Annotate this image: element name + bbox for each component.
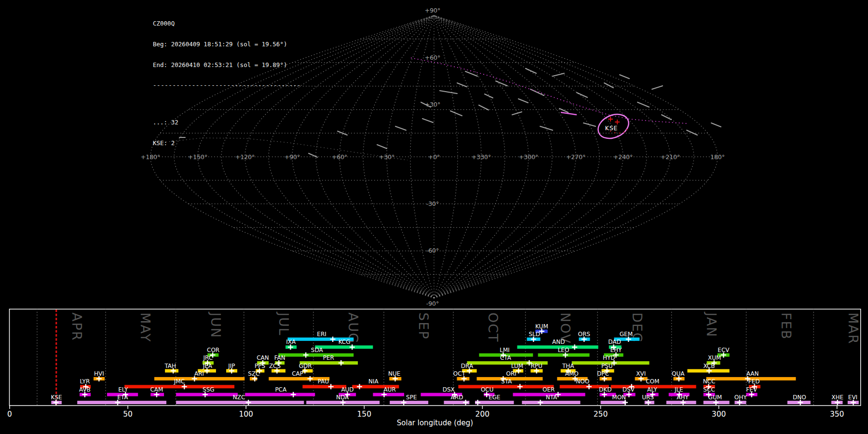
- shower-peak-SPE: [401, 400, 407, 405]
- longitude-label: +270°: [566, 153, 586, 161]
- sky-and-timeline-plot: KSE+180°+150°+120°+90°+60°+30°+0°+330°+3…: [0, 0, 868, 434]
- meteor-trail: [530, 89, 544, 95]
- shower-label-CTA: CTA: [500, 354, 512, 361]
- meteor-trail: [604, 83, 613, 88]
- shower-label-GDR: GDR: [299, 363, 312, 369]
- shower-label-JMC: JMC: [174, 378, 185, 385]
- meteor-trail: [496, 81, 507, 86]
- shower-label-DSX: DSX: [443, 386, 455, 393]
- radiant-drift-solid: [561, 112, 577, 115]
- shower-label-DAD: DAD: [608, 339, 621, 345]
- longitude-label: +240°: [613, 153, 633, 161]
- shower-bar-MON: [601, 401, 626, 404]
- shower-label-PCA: PCA: [275, 386, 287, 393]
- shower-label-ETA: ETA: [117, 394, 128, 401]
- longitude-label: +30°: [379, 153, 395, 161]
- obs-begin: Beg: 20260409 18:51:29 (sol = 19.56°): [153, 41, 301, 48]
- shower-label-ERI: ERI: [317, 331, 326, 338]
- shower-label-OER: OER: [542, 386, 555, 393]
- meteor-trail: [518, 99, 528, 103]
- timeline-chart: APRMAYJUNJULAUGSEPOCTNOVDECJANFEBMARKUME…: [7, 309, 861, 427]
- latitude-label: +90°: [425, 7, 441, 14]
- shower-label-COR: COR: [207, 347, 219, 353]
- meteor-trail: [457, 83, 467, 87]
- shower-label-PER: PER: [323, 354, 334, 361]
- shower-bar-PAU: [302, 385, 346, 388]
- meteor-trail: [559, 108, 568, 112]
- shower-label-SSG: SSG: [203, 386, 215, 393]
- shower-peak-CAP: [308, 376, 313, 381]
- month-label: JUL: [276, 312, 291, 336]
- shower-label-JLE: JLE: [674, 386, 683, 393]
- radiant-dot: [624, 132, 625, 133]
- x-tick-label: 100: [239, 410, 253, 419]
- shower-label-SPE: SPE: [406, 394, 417, 401]
- shower-label-LEO: LEO: [558, 347, 570, 353]
- shower-label-JIP: JIP: [228, 363, 235, 369]
- month-label: SEP: [416, 312, 431, 339]
- shower-label-GEM: GEM: [620, 331, 633, 338]
- shower-label-XVI: XVI: [636, 370, 646, 377]
- x-axis-title: Solar longitude (deg): [397, 419, 473, 427]
- meteor-trail: [377, 145, 387, 149]
- shower-label-EGE: EGE: [488, 394, 500, 401]
- meteor-trail: [479, 105, 488, 110]
- meteor-trail: [652, 86, 663, 89]
- radiant-plus-marker: [615, 120, 620, 124]
- x-tick-label: 150: [357, 410, 372, 419]
- longitude-label: +210°: [661, 153, 680, 161]
- meteor-trail: [440, 91, 457, 94]
- shower-label-SDA: SDA: [311, 347, 324, 353]
- shower-label-OCT: OCT: [453, 370, 466, 377]
- shower-label-ZCS: ZCS: [269, 363, 281, 369]
- shower-bar-AUR: [373, 393, 404, 396]
- shower-label-ARD: ARD: [451, 394, 463, 401]
- shower-label-AHY: AHY: [677, 394, 689, 401]
- shower-peak-ARD: [463, 400, 468, 405]
- shower-label-LYR: LYR: [80, 378, 90, 385]
- latitude-label: +60°: [425, 54, 441, 61]
- shower-label-FAN: FAN: [274, 354, 285, 361]
- shower-peak-PCA: [291, 392, 296, 397]
- radiant-plus-marker: [608, 117, 613, 122]
- meteor-trail: [662, 115, 671, 120]
- shower-label-SZC: SZC: [248, 370, 259, 377]
- shower-label-URS: URS: [642, 394, 654, 401]
- shower-label-DSV: DSV: [623, 386, 635, 393]
- shower-label-NUE: NUE: [388, 370, 400, 377]
- shower-label-NCC: NCC: [703, 378, 716, 385]
- month-label: MAR: [846, 312, 861, 345]
- shower-label-FEV: FEV: [746, 386, 757, 393]
- shower-label-ARI: ARI: [194, 370, 204, 377]
- shower-label-OHY: OHY: [734, 394, 747, 401]
- shower-label-LMI: LMI: [500, 347, 510, 353]
- radiant-dot: [614, 132, 616, 134]
- shower-label-PAU: PAU: [318, 378, 329, 385]
- shower-label-ALY: ALY: [647, 386, 657, 393]
- longitude-label: +0°: [428, 153, 440, 161]
- shower-label-XHE: XHE: [831, 394, 843, 401]
- shower-label-ELY: ELY: [118, 386, 128, 393]
- longitude-label: 180°: [710, 153, 725, 161]
- radiant-drift-dotted: [411, 58, 687, 123]
- observation-info: CZ000Q Beg: 20260409 18:51:29 (sol = 19.…: [153, 7, 301, 160]
- shower-label-QUA: QUA: [672, 370, 685, 377]
- shower-bar-NZC: [176, 401, 304, 404]
- shower-label-PPS: PPS: [255, 363, 265, 369]
- x-tick-label: 300: [712, 410, 726, 419]
- shower-bar-EGE: [475, 401, 514, 404]
- meteor-trail: [395, 126, 406, 130]
- shower-label-PSU: PSU: [601, 363, 613, 369]
- kse-ellipse-label: KSE: [605, 124, 618, 132]
- month-label: JAN: [704, 312, 719, 338]
- shower-label-COM: COM: [646, 378, 659, 385]
- shower-label-KUM: KUM: [535, 323, 548, 330]
- x-tick-label: 200: [475, 410, 490, 419]
- shower-label-KSE: KSE: [51, 394, 62, 401]
- shower-label-JRC: JRC: [203, 354, 213, 361]
- longitude-label: +330°: [472, 153, 491, 161]
- meridian-line: [292, 15, 434, 298]
- month-label: JUN: [208, 312, 223, 339]
- shower-label-EHY: EHY: [610, 347, 622, 353]
- shower-label-AUR: AUR: [384, 386, 396, 393]
